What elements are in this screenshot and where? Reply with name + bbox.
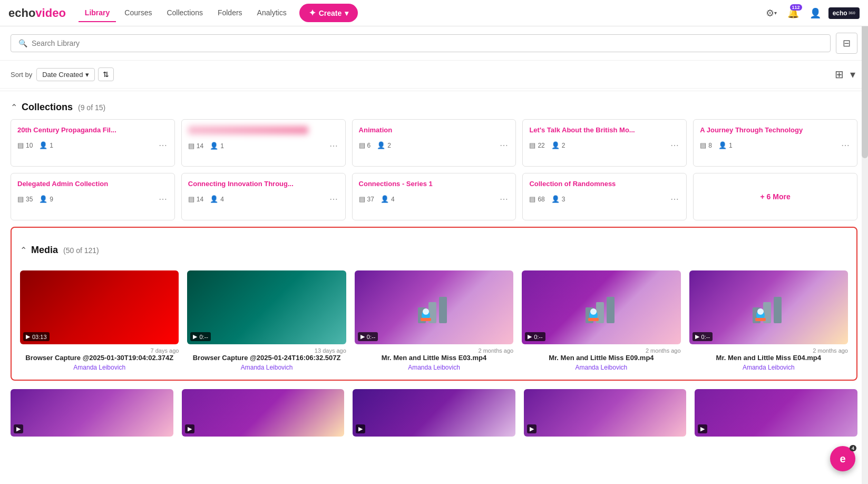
collection-more-c2[interactable]: ⋯ (328, 140, 339, 152)
play-icon-m3: ▶ (360, 333, 365, 340)
filter-button[interactable]: ⊟ (836, 33, 857, 54)
sort-selected-value: Date Created (42, 71, 83, 79)
collection-card-c5[interactable]: A Journey Through Technology ▤ 8 👤 1 ⋯ (693, 119, 857, 167)
collection-title-c7: Connecting Innovation Throug... (188, 180, 339, 188)
svg-rect-17 (755, 318, 766, 321)
nav-analytics[interactable]: Analytics (251, 4, 293, 22)
media-author-m3: Amanda Leibovich (355, 364, 513, 371)
media-card-partial-1[interactable]: ▶ (11, 389, 173, 442)
collection-more-c9[interactable]: ⋯ (669, 193, 680, 205)
nav-collections[interactable]: Collections (160, 4, 209, 22)
collection-more-c4[interactable]: ⋯ (669, 139, 680, 151)
collections-title: Collections (22, 102, 73, 113)
member-count-val: 1 (50, 142, 53, 149)
play-icon-partial-2: ▶ (188, 425, 192, 432)
collection-more-c7[interactable]: ⋯ (328, 193, 339, 205)
collection-stats-c8: ▤ 37 👤 4 (359, 195, 395, 203)
media-date-m3: 2 months ago (355, 347, 513, 354)
more-collections-card[interactable]: + 6 More (693, 173, 857, 220)
collection-more-c6[interactable]: ⋯ (158, 193, 168, 205)
collections-toggle[interactable]: ⌃ (11, 102, 17, 112)
play-icon-partial-4: ▶ (530, 425, 534, 432)
video-icon-c4: ▤ (529, 141, 535, 149)
collection-stats-c6: ▤ 35 👤 9 (17, 195, 53, 203)
video-icon-c3: ▤ (359, 141, 365, 149)
video-count-c2: ▤ 14 (188, 142, 203, 150)
collection-card-c8[interactable]: Connections - Series 1 ▤ 37 👤 4 ⋯ (352, 173, 516, 220)
collection-card-c7[interactable]: Connecting Innovation Throug... ▤ 14 👤 4… (181, 173, 346, 220)
collection-stats-c1: ▤ 10 👤 1 (17, 141, 53, 149)
media-card-partial-4[interactable]: ▶ (524, 389, 687, 442)
media-card-m4[interactable]: ▶ 0:-- 2 months ago Mr. Men and Little M… (522, 270, 680, 371)
collection-card-c9[interactable]: Collection of Randomness ▤ 68 👤 3 ⋯ (522, 173, 687, 220)
video-count-val-c6: 35 (26, 196, 33, 203)
video-count-c7: ▤ 14 (188, 195, 203, 203)
view-options-button[interactable]: ▾ (848, 66, 857, 83)
collection-more-c3[interactable]: ⋯ (499, 139, 509, 151)
media-thumb-m5: ▶ 0:-- (689, 270, 848, 344)
collection-more-c5[interactable]: ⋯ (840, 139, 851, 151)
collection-card-c2[interactable]: ▤ 14 👤 1 ⋯ (181, 119, 346, 167)
collection-stats-c9: ▤ 68 👤 3 (529, 195, 565, 203)
logo-video: video (35, 6, 65, 20)
video-icon: ▤ (17, 141, 24, 149)
collection-title-c3: Animation (359, 126, 510, 134)
collection-card-c6[interactable]: Delegated Admin Collection ▤ 35 👤 9 ⋯ (11, 173, 175, 220)
media-card-m3[interactable]: ▶ 0:-- 2 months ago Mr. Men and Little M… (355, 270, 513, 371)
media-card-m1[interactable]: ▶ 03:13 7 days ago Browser Capture @2025… (20, 270, 179, 371)
member-count-c3: 👤 2 (377, 141, 391, 149)
svg-rect-2 (439, 297, 447, 323)
collection-stats-c2: ▤ 14 👤 1 (188, 142, 224, 150)
member-count-c1: 👤 1 (39, 141, 53, 149)
play-icon-partial-5: ▶ (700, 425, 705, 432)
create-button[interactable]: ✦ Create ▾ (299, 4, 358, 22)
collection-meta-c6: ▤ 35 👤 9 ⋯ (17, 193, 168, 205)
nav-links: Library Courses Collections Folders Anal… (79, 4, 763, 22)
media-date-m5: 2 months ago (689, 347, 848, 354)
search-input[interactable] (32, 39, 823, 47)
media-partial-row: ▶ ▶ ▶ ▶ (11, 389, 857, 442)
video-count-val: 10 (26, 142, 33, 149)
sort-order-button[interactable]: ⇅ (98, 67, 114, 81)
sort-select[interactable]: Date Created ▾ (36, 68, 94, 81)
collection-stats-c3: ▤ 6 👤 2 (359, 141, 391, 149)
settings-button[interactable]: ⚙ ▾ (763, 4, 780, 22)
collection-meta-c9: ▤ 68 👤 3 ⋯ (529, 193, 680, 205)
media-card-m2[interactable]: ▶ 0:-- 13 days ago Browser Capture @2025… (187, 270, 346, 371)
media-date-m4: 2 months ago (522, 347, 680, 354)
video-count-c3: ▤ 6 (359, 141, 371, 149)
sort-order-icon: ⇅ (103, 70, 109, 79)
collection-card-c3[interactable]: Animation ▤ 6 👤 2 ⋯ (352, 119, 516, 167)
collection-more-c8[interactable]: ⋯ (499, 193, 509, 205)
duration-m2: 0:-- (199, 334, 208, 340)
media-card-partial-3[interactable]: ▶ (353, 389, 515, 442)
grid-view-button[interactable]: ⊞ (833, 66, 846, 83)
video-count-c6: ▤ 35 (17, 195, 33, 203)
member-count-c5: 👤 1 (718, 141, 733, 149)
media-toggle[interactable]: ⌃ (20, 245, 27, 255)
collection-more-c1[interactable]: ⋯ (158, 139, 168, 151)
media-card-m5[interactable]: ▶ 0:-- 2 months ago Mr. Men and Little M… (689, 270, 848, 371)
svg-rect-11 (588, 318, 599, 321)
collection-meta-c7: ▤ 14 👤 4 ⋯ (188, 193, 339, 205)
member-icon-c4: 👤 (551, 141, 560, 149)
notifications-button[interactable]: 🔔 112 (784, 4, 802, 22)
collections-section-header: ⌃ Collections (9 of 15) (11, 93, 857, 119)
play-icon-partial-1: ▶ (16, 425, 21, 432)
svg-point-10 (590, 308, 597, 315)
collection-card-c1[interactable]: 20th Century Propaganda Fil... ▤ 10 👤 1 … (11, 119, 175, 167)
more-collections-text: + 6 More (760, 192, 790, 201)
collection-meta-c2: ▤ 14 👤 1 ⋯ (188, 140, 339, 152)
logo: echovideo (8, 6, 66, 20)
account-button[interactable]: 👤 (806, 4, 824, 22)
svg-rect-5 (421, 318, 431, 321)
nav-courses[interactable]: Courses (118, 4, 158, 22)
notification-badge: 112 (790, 4, 802, 11)
nav-folders[interactable]: Folders (211, 4, 249, 22)
media-card-partial-5[interactable]: ▶ (695, 389, 857, 442)
duration-m5: 0:-- (701, 334, 710, 340)
nav-library[interactable]: Library (79, 4, 116, 22)
media-author-m1: Amanda Leibovich (20, 364, 179, 371)
collection-card-c4[interactable]: Let's Talk About the British Mo... ▤ 22 … (522, 119, 687, 167)
media-card-partial-2[interactable]: ▶ (182, 389, 345, 442)
